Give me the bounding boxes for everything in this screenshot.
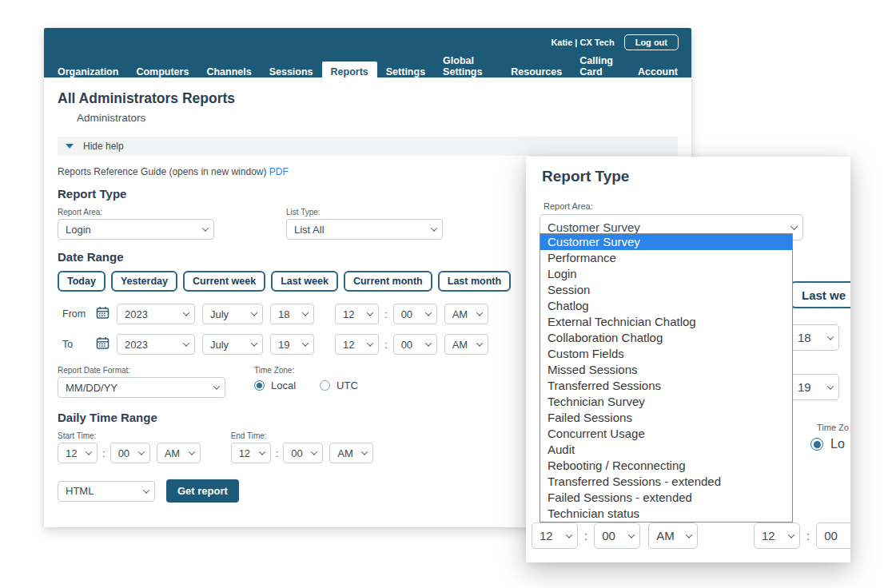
popup-start-hour-value: 12 — [540, 529, 553, 542]
dropdown-option-transferred-sessions[interactable]: Transferred Sessions — [540, 378, 792, 394]
end-time-field: End Time: 12 : 00 AM — [231, 431, 374, 463]
nav-tab-account[interactable]: Account — [629, 62, 687, 85]
dropdown-option-technician-status[interactable]: Technician status — [540, 506, 792, 522]
dropdown-option-rebooting-reconnecting[interactable]: Rebooting / Reconnecting — [540, 458, 792, 474]
to-year-select[interactable]: 2023 — [117, 334, 195, 355]
popup-timezone-label-fragment: Time Zo — [817, 423, 849, 432]
start-ampm-select[interactable]: AM — [157, 443, 201, 463]
time-colon: : — [384, 339, 388, 351]
nav-tab-channels[interactable]: Channels — [197, 62, 260, 85]
report-area-field: Report Area: Login — [58, 208, 214, 240]
calendar-icon[interactable] — [96, 336, 110, 353]
from-month-select[interactable]: July — [202, 304, 263, 324]
nav-tab-calling-card[interactable]: Calling Card — [571, 50, 629, 85]
popup-from-day-select-fragment[interactable]: 18 — [790, 324, 839, 351]
dropdown-option-concurrent-usage[interactable]: Concurrent Usage — [540, 426, 792, 442]
nav-tab-resources[interactable]: Resources — [502, 62, 571, 85]
current-month-button[interactable]: Current month — [344, 271, 432, 292]
from-ampm-select[interactable]: AM — [444, 304, 488, 324]
dropdown-option-failed-sessions[interactable]: Failed Sessions — [540, 410, 792, 426]
end-hour-select[interactable]: 12 — [231, 443, 271, 463]
date-format-select[interactable]: MM/DD/YY — [58, 377, 225, 398]
from-minute-select[interactable]: 00 — [393, 304, 437, 324]
chevron-down-icon — [790, 222, 798, 230]
nav-tab-global-settings[interactable]: Global Settings — [434, 50, 502, 85]
dropdown-option-failed-sessions-extended[interactable]: Failed Sessions - extended — [540, 490, 792, 506]
calendar-icon[interactable] — [96, 306, 110, 323]
nav-tab-reports[interactable]: Reports — [322, 62, 377, 85]
get-report-button[interactable]: Get report — [166, 479, 239, 503]
timezone-local-radio[interactable] — [254, 380, 265, 391]
to-hour-select[interactable]: 12 — [335, 334, 379, 355]
popup-start-hour-select-fragment[interactable]: 12 — [532, 522, 578, 549]
list-type-field: List Type: List All — [286, 208, 443, 240]
nav-tab-organization[interactable]: Organization — [49, 62, 127, 85]
current-week-button[interactable]: Current week — [183, 271, 265, 292]
pdf-link[interactable]: PDF — [269, 166, 289, 177]
to-hour-value: 12 — [343, 339, 354, 351]
yesterday-button[interactable]: Yesterday — [111, 271, 177, 292]
popup-end-hour-select-fragment[interactable]: 12 — [754, 522, 800, 549]
chevron-down-icon — [183, 309, 189, 316]
chevron-down-icon — [188, 448, 194, 455]
popup-to-day-select-fragment[interactable]: 19 — [790, 374, 839, 400]
hide-help-toggle[interactable]: Hide help — [58, 137, 678, 156]
dropdown-option-session[interactable]: Session — [540, 282, 792, 298]
end-ampm-select[interactable]: AM — [329, 443, 373, 463]
nav-tab-sessions[interactable]: Sessions — [261, 62, 322, 85]
last-month-button[interactable]: Last month — [438, 271, 511, 292]
to-month-select[interactable]: July — [202, 334, 263, 355]
chevron-down-icon — [476, 340, 482, 346]
from-month-value: July — [210, 308, 229, 320]
end-ampm-value: AM — [337, 447, 353, 459]
popup-start-minute-select-fragment[interactable]: 00 — [594, 522, 640, 549]
dropdown-option-customer-survey[interactable]: Customer Survey — [540, 234, 792, 250]
from-hour-select[interactable]: 12 — [335, 304, 379, 324]
time-colon: : — [102, 447, 106, 459]
timezone-utc-radio[interactable] — [320, 380, 330, 391]
dropdown-option-audit[interactable]: Audit — [540, 442, 792, 458]
timezone-field: Time Zone: Local UTC — [254, 366, 376, 391]
dropdown-option-performance[interactable]: Performance — [540, 250, 792, 266]
popup-start-ampm-select-fragment[interactable]: AM — [648, 522, 698, 549]
to-ampm-select[interactable]: AM — [444, 334, 488, 355]
dropdown-option-missed-sessions[interactable]: Missed Sessions — [540, 362, 792, 378]
from-day-value: 18 — [278, 308, 289, 320]
to-day-select[interactable]: 19 — [270, 334, 314, 355]
popup-end-minute-select-fragment[interactable]: 00 — [816, 522, 850, 549]
popup-to-day-value: 19 — [798, 380, 811, 394]
chevron-down-icon — [86, 448, 92, 455]
dropdown-option-collaboration-chatlog[interactable]: Collaboration Chatlog — [540, 330, 792, 346]
dropdown-option-chatlog[interactable]: Chatlog — [540, 298, 792, 314]
list-type-value: List All — [294, 224, 325, 236]
chevron-down-icon — [213, 383, 220, 389]
time-colon: : — [806, 529, 810, 542]
dropdown-option-technician-survey[interactable]: Technician Survey — [540, 394, 792, 410]
list-type-select[interactable]: List All — [286, 219, 443, 240]
nav-tab-computers[interactable]: Computers — [127, 62, 197, 85]
timezone-local-label: Local — [271, 379, 296, 391]
chevron-down-icon — [827, 383, 834, 389]
start-hour-select[interactable]: 12 — [58, 443, 98, 463]
last-week-button[interactable]: Last week — [271, 271, 338, 292]
start-time-label: Start Time: — [58, 431, 201, 440]
top-navigation-bar: Katie | CX Tech Log out Organization Com… — [44, 28, 691, 77]
today-button[interactable]: Today — [58, 271, 106, 292]
dropdown-option-transferred-sessions-extended[interactable]: Transferred Sessions - extended — [540, 474, 792, 490]
report-area-select[interactable]: Login — [58, 219, 214, 240]
end-minute-select[interactable]: 00 — [283, 443, 323, 463]
dropdown-option-custom-fields[interactable]: Custom Fields — [540, 346, 792, 362]
start-minute-select[interactable]: 00 — [110, 443, 150, 463]
to-minute-select[interactable]: 00 — [393, 334, 437, 355]
nav-tab-settings[interactable]: Settings — [377, 62, 434, 85]
chevron-down-icon — [251, 309, 257, 316]
popup-last-week-button-fragment[interactable]: Last we — [790, 281, 850, 308]
dropdown-option-login[interactable]: Login — [540, 266, 792, 282]
output-format-select[interactable]: HTML — [58, 481, 155, 502]
to-day-value: 19 — [278, 339, 289, 351]
logout-button[interactable]: Log out — [624, 34, 679, 50]
popup-local-radio[interactable] — [810, 438, 823, 451]
from-day-select[interactable]: 18 — [270, 304, 314, 324]
from-year-select[interactable]: 2023 — [117, 304, 195, 324]
dropdown-option-external-technician-chatlog[interactable]: External Technician Chatlog — [540, 314, 792, 330]
